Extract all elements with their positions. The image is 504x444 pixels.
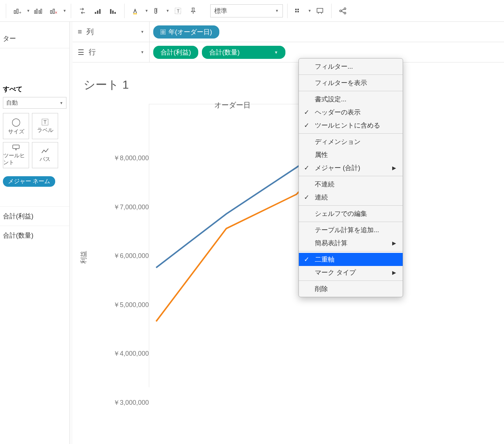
attach-icon[interactable] xyxy=(150,4,164,18)
svg-line-28 xyxy=(341,11,344,13)
tooltip-card[interactable]: ツールヒント xyxy=(3,142,29,168)
tooltip-icon xyxy=(12,144,20,151)
fit-select[interactable]: 標準▼ xyxy=(210,4,283,17)
submenu-arrow-icon: ▶ xyxy=(392,270,396,275)
svg-point-24 xyxy=(340,10,341,12)
chart-swap-icon[interactable] xyxy=(32,4,45,18)
y-tick: ￥7,000,000 xyxy=(113,203,149,211)
svg-rect-13 xyxy=(110,9,111,14)
check-icon: ✓ xyxy=(304,255,309,263)
menu-format[interactable]: 書式設定... xyxy=(299,93,403,106)
svg-rect-21 xyxy=(295,11,297,12)
mark-type-select[interactable]: 自動▼ xyxy=(3,97,66,109)
svg-line-27 xyxy=(341,9,344,11)
menu-quick-table-calc[interactable]: 簡易表計算▶ xyxy=(299,237,403,250)
check-icon: ✓ xyxy=(304,108,309,116)
menu-edit-shelf[interactable]: シェルフでの編集 xyxy=(299,207,403,220)
menu-include-tooltip[interactable]: ✓ツールヒントに含める xyxy=(299,119,403,132)
swap-icon[interactable] xyxy=(76,4,89,18)
chart-add-icon[interactable]: + xyxy=(11,4,24,18)
svg-point-26 xyxy=(344,12,346,14)
sum-profit-row[interactable]: 合計(利益) xyxy=(0,206,69,226)
text-box-icon[interactable]: T xyxy=(171,4,185,18)
svg-rect-5 xyxy=(39,11,40,13)
rows-shelf[interactable]: ☰行▼ 合計(利益) 合計(数量)▼ xyxy=(73,42,504,62)
path-icon xyxy=(41,148,49,154)
submenu-arrow-icon: ▶ xyxy=(392,165,396,171)
highlight-icon[interactable] xyxy=(129,4,143,18)
menu-attribute[interactable]: 属性 xyxy=(299,148,403,161)
y-tick: ￥6,000,000 xyxy=(113,251,149,260)
svg-rect-10 xyxy=(95,12,96,14)
svg-rect-7 xyxy=(50,11,52,13)
show-me-icon[interactable] xyxy=(292,4,306,18)
y-tick: ￥3,000,000 xyxy=(113,398,149,407)
y-tick: ￥5,000,000 xyxy=(113,300,149,309)
presentation-icon[interactable] xyxy=(313,4,327,18)
menu-discrete[interactable]: 不連続 xyxy=(299,178,403,191)
menu-show-filter[interactable]: フィルターを表示 xyxy=(299,76,403,89)
svg-rect-15 xyxy=(114,12,116,14)
plus-icon: ⊞ xyxy=(160,29,166,35)
menu-dimension[interactable]: ディメンション xyxy=(299,135,403,148)
svg-rect-4 xyxy=(36,9,37,13)
menu-filter[interactable]: フィルター... xyxy=(299,60,403,73)
size-icon: ◯ xyxy=(12,117,21,127)
svg-rect-6 xyxy=(41,9,42,13)
chevron-down-icon: ▼ xyxy=(274,50,278,55)
menu-continuous[interactable]: ✓連続 xyxy=(299,191,403,204)
svg-rect-20 xyxy=(297,9,299,10)
label-icon: T xyxy=(42,119,49,125)
path-card[interactable]: パス xyxy=(32,142,58,168)
measure-names-pill[interactable]: メジャー ネーム xyxy=(3,176,55,187)
columns-icon: ≡ xyxy=(78,28,82,36)
filter-header: ター xyxy=(0,29,69,48)
column-pill-year[interactable]: ⊞年(オーダー日) xyxy=(153,25,219,39)
svg-text:T: T xyxy=(177,9,180,14)
columns-shelf[interactable]: ≡列▼ ⊞年(オーダー日) xyxy=(73,22,504,42)
sum-quantity-row[interactable]: 合計(数量) xyxy=(0,226,69,245)
svg-rect-11 xyxy=(97,11,98,14)
context-menu: フィルター... フィルターを表示 書式設定... ✓ヘッダーの表示 ✓ツールヒ… xyxy=(298,58,403,297)
svg-rect-22 xyxy=(297,11,299,12)
sort-desc-icon[interactable] xyxy=(106,4,120,18)
svg-point-25 xyxy=(344,8,346,9)
menu-dual-axis[interactable]: ✓二重軸 xyxy=(299,253,403,266)
check-icon: ✓ xyxy=(304,193,309,201)
sheet-title[interactable]: シート 1 xyxy=(84,77,493,93)
label-card[interactable]: Tラベル xyxy=(32,113,58,139)
rows-icon: ☰ xyxy=(78,48,84,57)
y-tick: ￥4,000,000 xyxy=(113,349,149,358)
svg-rect-19 xyxy=(295,9,297,10)
menu-add-table-calc[interactable]: テーブル計算を追加... xyxy=(299,223,403,237)
chart-y-label: 利益 xyxy=(79,251,88,264)
svg-rect-23 xyxy=(317,8,323,12)
svg-rect-3 xyxy=(34,11,36,13)
toolbar: +▼ ×▼ ▼ ▼ T 標準▼ ▼ xyxy=(0,0,504,22)
pin-icon[interactable] xyxy=(186,4,200,18)
menu-remove[interactable]: 削除 xyxy=(299,282,403,295)
row-pill-quantity[interactable]: 合計(数量)▼ xyxy=(202,46,285,59)
row-pill-profit[interactable]: 合計(利益) xyxy=(153,46,198,59)
svg-rect-12 xyxy=(99,9,101,14)
marks-all-label: すべて xyxy=(3,85,66,93)
svg-rect-8 xyxy=(53,9,54,13)
sort-asc-icon[interactable] xyxy=(91,4,105,18)
svg-rect-0 xyxy=(14,11,16,13)
svg-rect-29 xyxy=(13,145,19,149)
shelves: ≡列▼ ⊞年(オーダー日) ☰行▼ 合計(利益) 合計(数量)▼ xyxy=(73,22,504,62)
menu-measure-sum[interactable]: ✓メジャー (合計)▶ xyxy=(299,161,403,174)
sheet-area: シート 1 オーダー日 利益 数量 ￥8,000,000￥7,000,000￥6… xyxy=(73,62,504,444)
chart-x-title: オーダー日 xyxy=(214,100,251,110)
size-card[interactable]: ◯サイズ xyxy=(3,113,29,139)
menu-show-header[interactable]: ✓ヘッダーの表示 xyxy=(299,106,403,119)
menu-mark-type[interactable]: マーク タイプ▶ xyxy=(299,266,403,279)
svg-rect-1 xyxy=(17,9,18,13)
y-tick: ￥8,000,000 xyxy=(113,154,149,162)
share-icon[interactable] xyxy=(336,4,350,18)
left-panel: ター すべて 自動▼ ◯サイズ Tラベル ツールヒント パス メジャー ネーム … xyxy=(0,22,70,444)
check-icon: ✓ xyxy=(304,121,309,129)
check-icon: ✓ xyxy=(304,164,309,172)
submenu-arrow-icon: ▶ xyxy=(392,240,396,246)
chart-remove-icon[interactable]: × xyxy=(47,4,61,18)
